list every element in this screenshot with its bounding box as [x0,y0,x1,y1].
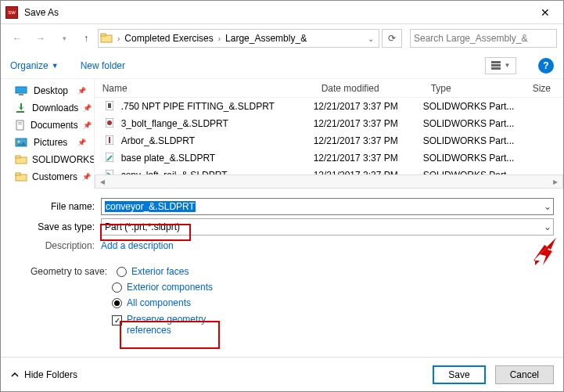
search-input[interactable]: Search Large_Assembly_& [410,29,557,48]
svg-point-12 [18,141,20,143]
folder-tree[interactable]: Desktop📌 Downloads📌 Documents📌 Pictures📌… [1,79,95,189]
file-date: 12/21/2017 3:37 PM [314,153,423,164]
crumb-completed[interactable]: Completed Exercises [123,33,214,44]
folder-icon [15,154,27,165]
list-item[interactable]: conv_left_rail_&.SLDPRT 12/21/2017 3:37 … [95,167,563,174]
list-item[interactable]: .750 NPT PIPE FITTING_&.SLDPRT 12/21/201… [95,98,563,115]
saveastype-value: Part (*.prt;*.sldprt) [105,221,180,232]
svg-rect-16 [16,173,20,175]
svg-rect-4 [491,67,501,70]
back-button[interactable]: ← [7,28,27,49]
chevron-right-icon: › [116,34,121,43]
pin-icon: 📌 [77,138,86,146]
part-icon [106,118,115,129]
history-dropdown[interactable]: ▾ [54,28,74,49]
svg-rect-18 [108,103,111,108]
part-icon [106,153,115,164]
col-date[interactable]: Date modified [314,83,423,94]
hide-folders-label: Hide Folders [24,369,77,380]
col-name[interactable]: Name [95,83,314,94]
horizontal-scrollbar[interactable]: ◂▸ [95,174,563,189]
svg-rect-14 [16,156,20,158]
saveastype-label: Save as type: [10,221,95,232]
list-item[interactable]: 3_bolt_flange_&.SLDPRT 12/21/2017 3:37 P… [95,115,563,132]
file-date: 12/21/2017 3:37 PM [314,101,423,112]
pin-icon: 📌 [83,104,92,112]
tree-downloads[interactable]: Downloads📌 [1,99,94,117]
part-icon [106,101,115,112]
col-size[interactable]: Size [525,83,563,94]
hide-folders-button[interactable]: Hide Folders [10,369,77,380]
crumb-large-asm[interactable]: Large_Assembly_& [224,33,308,44]
svg-rect-5 [16,87,27,93]
tree-documents[interactable]: Documents📌 [1,117,94,134]
check-preserve-geometry[interactable] [112,315,122,325]
saveastype-dropdown[interactable]: Part (*.prt;*.sldprt) ⌄ [101,218,554,236]
chevron-down-icon[interactable]: ⌄ [366,34,377,43]
tree-solidworks[interactable]: SOLIDWORKS...📌 [1,151,94,168]
file-type: SOLIDWORKS Part... [423,135,525,146]
col-type[interactable]: Type [423,83,525,94]
svg-rect-10 [18,124,22,124]
radio-exterior-faces[interactable] [117,267,127,277]
svg-rect-9 [18,122,22,123]
new-folder-button[interactable]: New folder [81,60,125,71]
view-mode-button[interactable]: ▼ [485,57,516,74]
close-button[interactable]: ✕ [527,1,563,24]
radio-exterior-components[interactable] [112,282,122,293]
file-date: 12/21/2017 3:37 PM [314,135,423,146]
svg-point-20 [107,120,112,125]
svg-rect-8 [16,120,23,130]
file-list[interactable]: .750 NPT PIPE FITTING_&.SLDPRT 12/21/201… [95,98,563,174]
tree-label: Pictures [34,137,67,148]
folder-icon [15,171,27,182]
file-name: base plate_&.SLDPRT [121,153,216,164]
tree-customers[interactable]: Customers📌 [1,168,94,185]
filename-label: File name: [10,201,95,212]
tree-label: Customers [32,171,77,182]
tree-label: Documents [31,120,78,131]
chevron-down-icon[interactable]: ⌄ [544,201,551,212]
tree-pictures[interactable]: Pictures📌 [1,134,94,151]
column-headers[interactable]: Name Date modified Type Size [95,79,563,98]
scroll-left-icon[interactable]: ◂ [95,175,110,188]
help-button[interactable]: ? [538,58,554,74]
save-button[interactable]: Save [433,365,485,384]
geometry-header: Geometry to save: [31,266,112,277]
file-date: 12/21/2017 3:37 PM [314,118,423,129]
up-button[interactable]: ↑ [77,30,95,47]
refresh-button[interactable]: ⟳ [382,29,402,48]
list-item[interactable]: base plate_&.SLDPRT 12/21/2017 3:37 PM S… [95,149,563,167]
radio-all-components[interactable] [112,298,122,308]
callout-arrow-icon [529,236,560,267]
svg-rect-7 [16,111,24,113]
desktop-icon [15,85,29,96]
description-link[interactable]: Add a description [101,240,174,251]
search-placeholder: Search Large_Assembly_& [414,33,553,44]
app-icon: SW [5,6,18,19]
opt-exterior-faces[interactable]: Exterior faces [131,266,189,277]
cancel-button[interactable]: Cancel [495,365,554,384]
forward-button[interactable]: → [31,28,51,49]
svg-rect-22 [109,137,110,143]
save-label: Save [448,369,469,380]
chevron-up-icon [10,370,20,379]
opt-exterior-components[interactable]: Exterior components [127,282,213,293]
opt-all-components[interactable]: All components [127,297,191,308]
filename-input[interactable]: conveyor_&.SLDPRT ⌄ [101,198,554,215]
file-name: Arbor_&.SLDPRT [121,135,195,146]
filename-value: conveyor_&.SLDPRT [105,201,196,212]
tree-label: Downloads [32,102,78,113]
list-item[interactable]: Arbor_&.SLDPRT 12/21/2017 3:37 PM SOLIDW… [95,132,563,149]
scroll-right-icon[interactable]: ▸ [548,175,562,188]
svg-rect-1 [101,34,106,36]
breadcrumb[interactable]: › Completed Exercises › Large_Assembly_&… [98,29,379,48]
organize-button[interactable]: Organize ▼ [10,60,59,71]
chevron-down-icon[interactable]: ⌄ [544,221,551,232]
pin-icon: 📌 [77,87,86,95]
tree-label: Desktop [34,85,68,96]
opt-preserve-geometry[interactable]: Preserve geometry references [127,314,213,336]
tree-desktop[interactable]: Desktop📌 [1,82,94,99]
pin-icon: 📌 [82,173,91,181]
chevron-down-icon: ▼ [505,62,511,69]
